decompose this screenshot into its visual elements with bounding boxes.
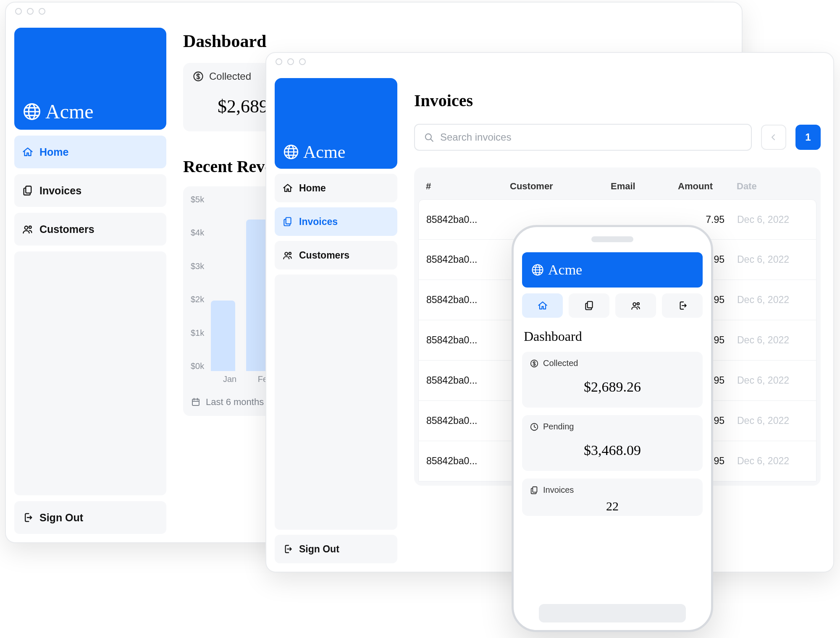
titlebar	[6, 3, 742, 20]
page-title: Invoices	[414, 91, 821, 110]
users-icon	[630, 300, 641, 311]
sidebar-item-label: Home	[299, 183, 326, 194]
search-input-wrap[interactable]	[414, 124, 752, 151]
cell-number: 85842ba0...	[426, 415, 510, 426]
device-notch	[591, 236, 633, 242]
col-head-customer: Customer	[510, 181, 611, 192]
toolbar: 1	[414, 124, 821, 151]
cell-date: Dec 6, 2022	[737, 375, 808, 386]
page-number: 1	[805, 131, 811, 143]
home-icon	[537, 300, 548, 311]
sign-out-icon	[282, 544, 293, 554]
stat-card-pending: Pending $3,468.09	[522, 415, 703, 471]
window-control-icon[interactable]	[276, 58, 282, 65]
cell-date: Dec 6, 2022	[737, 294, 808, 306]
tab-home[interactable]	[522, 293, 563, 318]
tab-customers[interactable]	[615, 293, 656, 318]
x-tick: Jan	[218, 374, 242, 384]
brand-logo[interactable]: Acme	[275, 78, 397, 169]
sidebar-item-label: Sign Out	[39, 512, 83, 524]
col-head-amount: Amount	[678, 181, 737, 192]
stat-label: Invoices	[543, 485, 574, 495]
window-control-icon[interactable]	[287, 58, 294, 65]
stat-value: 22	[530, 495, 695, 513]
window-control-icon[interactable]	[39, 8, 45, 15]
search-input[interactable]	[440, 131, 743, 143]
calendar-icon	[191, 397, 201, 407]
sidebar-item-label: Invoices	[39, 185, 81, 197]
y-tick: $3k	[191, 261, 204, 271]
cell-number: 85842ba0...	[426, 214, 510, 225]
page-title: Dashboard	[183, 31, 721, 51]
brand-logo[interactable]: Acme	[14, 28, 166, 130]
chart-y-axis: $5k $4k $3k $2k $1k $0k	[191, 195, 208, 371]
stat-card-collected: Collected $2,689.26	[522, 352, 703, 408]
cell-number: 85842ba0...	[426, 375, 510, 386]
cell-date: Dec 6, 2022	[737, 335, 808, 346]
pager-prev-button[interactable]	[761, 125, 786, 150]
sidebar-item-label: Customers	[299, 250, 349, 261]
tab-invoices[interactable]	[569, 293, 609, 318]
y-tick: $5k	[191, 195, 204, 204]
window-control-icon[interactable]	[299, 58, 306, 65]
page-title: Dashboard	[524, 329, 703, 344]
brand-name: Acme	[548, 262, 582, 278]
cell-date: Dec 6, 2022	[737, 455, 808, 467]
sidebar: Acme Home Invoices Customers Sign Out	[275, 78, 397, 563]
brand-name: Acme	[303, 142, 345, 162]
users-icon	[22, 223, 34, 235]
cell-number: 85842ba0...	[426, 455, 510, 467]
window-control-icon[interactable]	[27, 8, 34, 15]
pager-page-button[interactable]: 1	[795, 125, 821, 150]
sidebar-item-invoices[interactable]: Invoices	[14, 174, 166, 207]
dollar-icon	[530, 359, 539, 368]
document-copy-icon	[530, 486, 539, 495]
tab-sign-out[interactable]	[662, 293, 703, 318]
sidebar-spacer	[14, 251, 166, 495]
stat-card-invoices: Invoices 22	[522, 478, 703, 516]
col-head-date: Date	[737, 181, 808, 192]
arrow-left-icon	[769, 132, 779, 142]
sidebar-item-home[interactable]: Home	[275, 174, 397, 202]
sidebar-item-label: Customers	[39, 223, 94, 235]
sign-out-icon	[677, 300, 688, 311]
dollar-icon	[192, 71, 204, 82]
chart-bar	[211, 301, 235, 371]
brand-logo[interactable]: Acme	[522, 252, 703, 288]
stat-value: $3,468.09	[530, 431, 695, 458]
stat-label: Pending	[543, 422, 574, 431]
sidebar-item-customers[interactable]: Customers	[275, 241, 397, 269]
sidebar-item-label: Invoices	[299, 216, 338, 227]
col-head-number: #	[426, 181, 510, 192]
y-tick: $0k	[191, 361, 204, 371]
window-control-icon[interactable]	[15, 8, 22, 15]
document-copy-icon	[584, 300, 595, 311]
globe-icon	[23, 102, 41, 121]
chart-bars	[208, 195, 270, 371]
sidebar-item-home[interactable]: Home	[14, 136, 166, 168]
stat-value: $2,689.26	[530, 368, 695, 395]
cell-date: Dec 6, 2022	[737, 214, 808, 225]
table-header: # Customer Email Amount Date	[418, 172, 816, 199]
titlebar	[266, 53, 833, 71]
document-copy-icon	[22, 185, 34, 196]
mobile-tab-bar	[522, 293, 703, 318]
sidebar-spacer	[275, 275, 397, 530]
mobile-device-frame: Acme Dashboard Collected $2,689.26 Pendi…	[512, 225, 713, 632]
sidebar-item-label: Sign Out	[299, 544, 339, 555]
globe-icon	[283, 144, 299, 160]
sign-out-button[interactable]: Sign Out	[275, 535, 397, 563]
stat-label: Collected	[543, 358, 578, 368]
sidebar-item-customers[interactable]: Customers	[14, 213, 166, 246]
cell-number: 85842ba0...	[426, 254, 510, 265]
sidebar-item-invoices[interactable]: Invoices	[275, 207, 397, 236]
home-indicator[interactable]	[539, 604, 686, 622]
users-icon	[282, 250, 293, 261]
search-icon	[423, 132, 434, 143]
y-tick: $2k	[191, 295, 204, 304]
y-tick: $1k	[191, 328, 204, 338]
cell-number: 85842ba0...	[426, 294, 510, 306]
cell-number: 85842ba0...	[426, 335, 510, 346]
sign-out-button[interactable]: Sign Out	[14, 501, 166, 534]
home-icon	[282, 183, 293, 193]
